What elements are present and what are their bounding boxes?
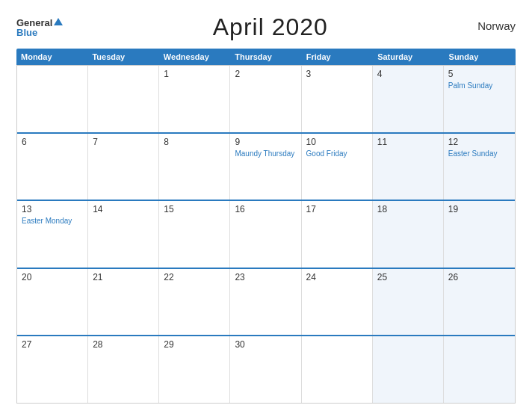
day-num: 27 [22, 339, 83, 350]
cal-cell-w5-d0: 27 [17, 336, 88, 403]
day-num: 29 [164, 339, 225, 350]
cal-cell-w4-d4: 24 [302, 269, 373, 336]
day-num: 6 [22, 137, 83, 147]
country-label: Norway [477, 19, 516, 32]
cal-cell-w1-d5: 4 [373, 66, 444, 132]
calendar: Monday Tuesday Wednesday Thursday Friday… [16, 49, 516, 404]
col-sunday: Sunday [445, 49, 516, 65]
cal-cell-w1-d6: 5Palm Sunday [444, 66, 515, 132]
cal-cell-w4-d1: 21 [88, 269, 159, 336]
cal-cell-w5-d5 [373, 336, 444, 403]
cal-cell-w2-d4: 10Good Friday [302, 134, 373, 200]
cal-cell-w1-d1 [88, 66, 159, 132]
cal-cell-w3-d6: 19 [444, 201, 515, 268]
day-num: 10 [306, 137, 368, 147]
week-1: 12345Palm Sunday [17, 65, 515, 132]
week-2: 6789Maundy Thursday10Good Friday1112East… [17, 132, 515, 200]
cal-cell-w1-d4: 3 [302, 66, 373, 132]
day-event: Easter Sunday [448, 149, 510, 158]
day-num: 24 [306, 272, 368, 282]
cal-cell-w1-d0 [17, 66, 88, 132]
day-num: 14 [93, 204, 154, 214]
cal-cell-w1-d2: 1 [159, 66, 230, 132]
week-3: 13Easter Monday141516171819 [17, 200, 515, 268]
logo: General Blue [16, 18, 63, 37]
cal-cell-w3-d0: 13Easter Monday [17, 201, 88, 268]
day-num: 2 [235, 69, 296, 79]
day-num: 22 [164, 272, 225, 282]
day-num: 15 [164, 204, 225, 214]
day-num: 26 [448, 272, 510, 282]
col-saturday: Saturday [373, 49, 444, 65]
day-num: 13 [22, 204, 83, 214]
day-num: 16 [235, 204, 296, 214]
col-friday: Friday [302, 49, 373, 65]
day-num: 30 [235, 339, 296, 350]
calendar-title: April 2020 [213, 13, 328, 41]
cal-cell-w5-d6 [444, 336, 515, 403]
cal-cell-w3-d3: 16 [230, 201, 301, 268]
cal-cell-w2-d5: 11 [373, 134, 444, 200]
day-num: 12 [448, 137, 510, 147]
day-num: 3 [306, 69, 368, 79]
day-num: 8 [164, 137, 225, 147]
cal-cell-w5-d2: 29 [159, 336, 230, 403]
cal-cell-w5-d4 [302, 336, 373, 403]
week-4: 20212223242526 [17, 268, 515, 336]
day-event: Easter Monday [22, 216, 83, 226]
logo-blue-text: Blue [16, 28, 37, 37]
col-monday: Monday [16, 49, 87, 65]
header: General Blue April 2020 Norway [16, 13, 516, 41]
cal-cell-w4-d0: 20 [17, 269, 88, 336]
day-num: 28 [93, 339, 154, 350]
day-num: 21 [93, 272, 154, 282]
day-num: 23 [235, 272, 296, 282]
day-num: 5 [448, 69, 510, 79]
week-5: 27282930 [17, 335, 515, 403]
page: General Blue April 2020 Norway Monday Tu… [0, 0, 532, 411]
calendar-header: Monday Tuesday Wednesday Thursday Friday… [16, 49, 516, 65]
calendar-body: 12345Palm Sunday6789Maundy Thursday10Goo… [16, 65, 516, 404]
logo-general-text: General [16, 18, 52, 28]
cal-cell-w2-d3: 9Maundy Thursday [230, 134, 301, 200]
day-event: Maundy Thursday [235, 149, 296, 158]
day-num: 9 [235, 137, 296, 147]
day-event: Good Friday [306, 149, 368, 158]
day-num: 7 [93, 137, 154, 147]
day-num: 18 [377, 204, 439, 214]
day-num: 4 [377, 69, 439, 79]
day-num: 19 [448, 204, 510, 214]
cal-cell-w3-d1: 14 [88, 201, 159, 268]
col-tuesday: Tuesday [87, 49, 158, 65]
cal-cell-w2-d2: 8 [159, 134, 230, 200]
logo-triangle-icon [54, 18, 63, 25]
cal-cell-w2-d0: 6 [17, 134, 88, 200]
col-thursday: Thursday [230, 49, 301, 65]
cal-cell-w5-d3: 30 [230, 336, 301, 403]
cal-cell-w4-d2: 22 [159, 269, 230, 336]
cal-cell-w3-d2: 15 [159, 201, 230, 268]
cal-cell-w4-d5: 25 [373, 269, 444, 336]
day-num: 25 [377, 272, 439, 282]
cal-cell-w3-d4: 17 [302, 201, 373, 268]
cal-cell-w4-d6: 26 [444, 269, 515, 336]
cal-cell-w3-d5: 18 [373, 201, 444, 268]
cal-cell-w4-d3: 23 [230, 269, 301, 336]
cal-cell-w2-d6: 12Easter Sunday [444, 134, 515, 200]
cal-cell-w1-d3: 2 [230, 66, 301, 132]
day-event: Palm Sunday [448, 81, 510, 90]
cal-cell-w2-d1: 7 [88, 134, 159, 200]
day-num: 1 [164, 69, 225, 79]
cal-cell-w5-d1: 28 [88, 336, 159, 403]
day-num: 17 [306, 204, 368, 214]
col-wednesday: Wednesday [159, 49, 230, 65]
day-num: 11 [377, 137, 439, 147]
day-num: 20 [22, 272, 83, 282]
